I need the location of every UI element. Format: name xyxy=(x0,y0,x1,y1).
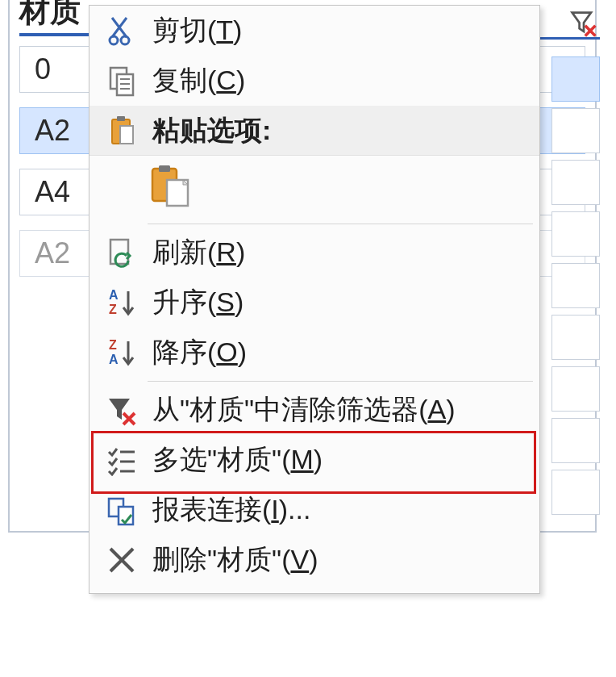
clipboard-icon xyxy=(96,115,148,147)
svg-text:Z: Z xyxy=(109,303,117,316)
report-connections-icon xyxy=(96,494,148,526)
refresh-icon xyxy=(96,236,148,269)
menu-multi-select[interactable]: 多选"材质"(M) xyxy=(89,435,539,485)
menu-paste-option[interactable] xyxy=(89,156,539,220)
funnel-clear-icon xyxy=(96,394,148,426)
menu-label: 从"材质"中清除筛选器(A) xyxy=(148,391,533,428)
slicer2-items-partial xyxy=(551,56,600,515)
menu-label: 降序(O) xyxy=(148,334,533,371)
delete-icon xyxy=(96,544,148,576)
copy-icon xyxy=(96,65,148,97)
cut-icon xyxy=(96,15,148,47)
list-item[interactable] xyxy=(551,418,600,463)
menu-copy[interactable]: 复制(C) xyxy=(89,56,539,106)
menu-separator xyxy=(148,381,533,382)
list-item[interactable] xyxy=(551,160,600,205)
paste-icon xyxy=(148,164,193,212)
menu-report-connections[interactable]: 报表连接(I) xyxy=(89,485,539,535)
svg-text:A: A xyxy=(109,353,119,366)
menu-label: 粘贴选项: xyxy=(148,112,533,149)
menu-label: 多选"材质"(M) xyxy=(148,441,533,478)
list-item[interactable] xyxy=(551,263,600,308)
list-item[interactable] xyxy=(551,211,600,257)
svg-point-2 xyxy=(110,36,118,44)
svg-rect-10 xyxy=(117,116,125,121)
menu-label: 复制(C) xyxy=(148,62,533,99)
svg-rect-13 xyxy=(159,165,170,172)
list-item[interactable] xyxy=(551,366,600,412)
svg-text:Z: Z xyxy=(109,338,117,352)
sort-desc-icon: ZA xyxy=(96,336,148,369)
slicer-title: 材质 xyxy=(19,0,81,31)
menu-label: 报表连接(I) xyxy=(148,491,533,529)
menu-label: 刷新(R) xyxy=(148,234,533,271)
sort-asc-icon: AZ xyxy=(96,286,148,319)
svg-rect-15 xyxy=(110,240,128,264)
svg-text:A: A xyxy=(109,288,119,302)
menu-cut[interactable]: 剪切(T) xyxy=(89,6,539,56)
menu-delete[interactable]: 删除"材质"(V) xyxy=(89,535,539,585)
list-item[interactable] xyxy=(551,470,600,515)
list-item[interactable] xyxy=(551,315,600,360)
menu-separator xyxy=(148,224,533,224)
menu-paste-options-header: 粘贴选项: xyxy=(89,106,539,156)
context-menu: 剪切(T) 复制(C) 粘贴选项: 刷新(R) xyxy=(89,5,540,594)
list-item[interactable] xyxy=(551,108,600,153)
list-item[interactable] xyxy=(551,56,600,102)
menu-label: 剪切(T) xyxy=(148,12,533,49)
clear-filter-icon[interactable] xyxy=(569,10,598,39)
slicer-underline xyxy=(19,33,92,36)
menu-refresh[interactable]: 刷新(R) xyxy=(89,228,539,278)
menu-clear-filter[interactable]: 从"材质"中清除筛选器(A) xyxy=(89,385,539,435)
menu-label: 删除"材质"(V) xyxy=(148,541,533,579)
menu-sort-descending[interactable]: ZA 降序(O) xyxy=(89,328,539,378)
menu-sort-ascending[interactable]: AZ 升序(S) xyxy=(89,278,539,328)
multi-select-icon xyxy=(96,444,148,476)
svg-point-3 xyxy=(121,36,129,44)
menu-label: 升序(S) xyxy=(148,284,533,321)
svg-rect-11 xyxy=(120,126,133,144)
